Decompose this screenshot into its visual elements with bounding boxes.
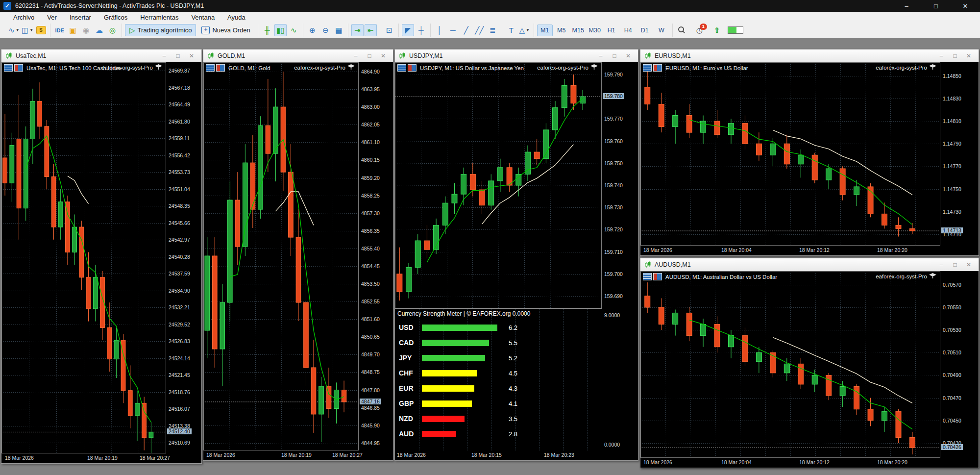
ea-chart-icon[interactable] (653, 64, 662, 72)
timeframe-button-h4[interactable]: H4 (620, 25, 636, 36)
menu-item-archivo[interactable]: Archivo (7, 13, 41, 22)
ea-chart-icon[interactable] (408, 64, 416, 72)
cloud-icon[interactable]: ☁ (93, 24, 105, 36)
chart-canvas-usdjpy[interactable]: USDJPY, M1: US Dollar vs Japanese Yeneaf… (395, 62, 638, 460)
zoom-in-icon[interactable]: ⊕ (306, 24, 318, 36)
shift-end-icon[interactable]: ⇥ (351, 24, 364, 36)
price-scale-usatec[interactable]: 24569.8724567.1824564.4924561.8024559.11… (166, 62, 201, 463)
timeframe-button-m15[interactable]: M15 (570, 25, 586, 36)
window-close-button[interactable]: ✕ (621, 52, 635, 59)
line-chart-icon[interactable]: ∿ (288, 24, 300, 36)
price-scale-audusd[interactable]: 0.705700.705500.705300.705100.704900.704… (940, 271, 979, 468)
horizontal-line-icon[interactable]: ─ (447, 24, 459, 36)
cursor-icon[interactable]: ◤ (402, 24, 414, 36)
vertical-line-icon[interactable]: │ (434, 24, 446, 36)
window-maximize-button[interactable]: □ (171, 52, 185, 59)
timeframe-button-m1[interactable]: M1 (537, 25, 553, 36)
chart-canvas-usatec[interactable]: UsaTec, M1: US Tech 100 Cash Indexeafore… (1, 62, 201, 463)
window-title: USDJPY,M1 (409, 52, 443, 59)
bars-chart-icon[interactable]: ╫ (261, 24, 273, 36)
window-minimize-button[interactable]: – (594, 52, 608, 59)
chart-window-eurusd[interactable]: EURUSD,M1–□✕EURUSD, M1: Euro vs US Dolla… (640, 49, 979, 256)
window-minimize-button[interactable]: – (934, 52, 948, 59)
window-titlebar-usatec[interactable]: UsaTec,M1–□✕ (1, 50, 201, 63)
price-scale-gold[interactable]: 4864.904863.954863.004862.054861.104860.… (358, 62, 393, 460)
chart-window-usatec[interactable]: UsaTec,M1–□✕UsaTec, M1: US Tech 100 Cash… (1, 49, 202, 464)
channel-icon[interactable]: ╱╱ (473, 24, 486, 36)
crosshair-icon[interactable]: ┼ (415, 24, 427, 36)
chart-canvas-eurusd[interactable]: EURUSD, M1: Euro vs US Dollareaforex-org… (640, 62, 979, 255)
market-icon[interactable]: ▣ (67, 24, 79, 36)
zoom-out-icon[interactable]: ⊖ (319, 24, 332, 36)
ea-chart-icon[interactable] (14, 64, 23, 72)
chart-window-audusd[interactable]: AUDUSD,M1–□✕AUDUSD, M1: Australian Dolla… (640, 258, 979, 468)
menu-item-ayuda[interactable]: Ayuda (221, 13, 252, 22)
menu-item-ver[interactable]: Ver (41, 13, 63, 22)
window-maximize-button[interactable]: □ (948, 52, 962, 59)
window-titlebar-gold[interactable]: GOLD,M1–□✕ (203, 50, 393, 63)
window-close-button[interactable]: ✕ (962, 261, 976, 268)
menu-item-graficos[interactable]: Gráficos (98, 13, 134, 22)
chart-window-gold[interactable]: GOLD,M1–□✕GOLD, M1: Goldeaforex-org-syst… (203, 49, 393, 461)
ea-table-icon[interactable] (643, 273, 652, 280)
menu-item-insertar[interactable]: Insertar (63, 13, 98, 22)
candles-chart-icon[interactable]: ▮▯ (274, 24, 287, 36)
time-axis-usatec[interactable]: 18 Mar 202618 Mar 20:1918 Mar 20:27 (1, 453, 166, 463)
window-minimize-button[interactable]: – (157, 52, 171, 59)
app-minimize-button[interactable]: – (892, 0, 921, 12)
time-axis-eurusd[interactable]: 18 Mar 202618 Mar 20:0418 Mar 20:1218 Ma… (640, 246, 940, 255)
ea-table-icon[interactable] (206, 64, 215, 72)
text-tool-icon[interactable]: T (505, 24, 517, 36)
signals-icon[interactable]: ◉ (80, 24, 92, 36)
window-maximize-button[interactable]: □ (363, 52, 376, 59)
window-titlebar-audusd[interactable]: AUDUSD,M1–□✕ (640, 258, 979, 272)
chart-profiles-icon[interactable]: ◫▼ (21, 24, 34, 36)
menu-item-ventana[interactable]: Ventana (185, 13, 221, 22)
chart-window-usdjpy[interactable]: USDJPY,M1–□✕USDJPY, M1: US Dollar vs Jap… (394, 49, 638, 461)
window-minimize-button[interactable]: – (349, 52, 363, 59)
ea-chart-icon[interactable] (216, 64, 225, 72)
window-titlebar-usdjpy[interactable]: USDJPY,M1–□✕ (395, 50, 638, 63)
timeframe-button-d1[interactable]: D1 (637, 25, 653, 36)
window-maximize-button[interactable]: □ (608, 52, 621, 59)
new-order-button[interactable]: +Nueva Orden (197, 24, 254, 36)
window-close-button[interactable]: ✕ (962, 52, 976, 59)
window-close-button[interactable]: ✕ (185, 52, 198, 59)
new-chart-icon[interactable]: ∿▼ (8, 24, 20, 36)
timeframe-button-w[interactable]: W (654, 25, 669, 36)
app-maximize-button[interactable]: □ (921, 0, 951, 12)
time-axis-audusd[interactable]: 18 Mar 202618 Mar 20:0418 Mar 20:1218 Ma… (640, 458, 940, 468)
window-titlebar-eurusd[interactable]: EURUSD,M1–□✕ (640, 50, 979, 63)
tile-windows-icon[interactable]: ▦ (333, 24, 345, 36)
algo-trading-button[interactable]: ▷Trading algorítmico (125, 24, 196, 36)
copy-trading-icon[interactable]: ◎ (106, 24, 119, 36)
search-button[interactable] (676, 24, 688, 36)
window-close-button[interactable]: ✕ (376, 52, 390, 59)
timeframe-button-h1[interactable]: H1 (604, 25, 619, 36)
chart-canvas-gold[interactable]: GOLD, M1: Goldeaforex-org-syst-Pro4864.9… (203, 62, 393, 460)
ea-table-icon[interactable] (397, 64, 406, 72)
time-axis-usdjpy[interactable]: 18 Mar 202618 Mar 20:1518 Mar 20:23 (395, 450, 602, 460)
chart-canvas-audusd[interactable]: AUDUSD, M1: Australian Dollar vs US Doll… (640, 271, 979, 468)
auto-scroll-icon[interactable]: ⇤ (365, 24, 377, 36)
ide-icon[interactable]: IDE (53, 24, 66, 36)
ea-chart-icon[interactable] (653, 273, 662, 280)
equidistant-icon[interactable]: ≣ (487, 24, 499, 36)
price-scale-usdjpy[interactable]: 159.790159.780159.770159.760159.750159.7… (601, 62, 638, 460)
menu-item-herramientas[interactable]: Herramientas (134, 13, 185, 22)
app-close-button[interactable]: ✕ (951, 0, 980, 12)
notifications-button[interactable]: ◷1 (693, 24, 706, 36)
window-minimize-button[interactable]: – (934, 261, 948, 268)
price-scale-eurusd[interactable]: 1.148501.148301.148101.147901.147701.147… (940, 62, 979, 255)
timeframe-button-m5[interactable]: M5 (554, 25, 569, 36)
window-maximize-button[interactable]: □ (948, 261, 962, 268)
timeframe-button-m30[interactable]: M30 (587, 25, 603, 36)
ea-table-icon[interactable] (643, 64, 652, 72)
ea-table-icon[interactable] (4, 64, 13, 72)
ea-watermark: eaforex-org-syst-Pro (876, 64, 936, 71)
market-watch-icon[interactable]: $ (35, 24, 47, 36)
snapshot-icon[interactable]: ⊡ (383, 24, 395, 36)
shapes-icon[interactable]: △▼ (518, 24, 531, 36)
time-axis-gold[interactable]: 18 Mar 202618 Mar 20:1918 Mar 20:27 (203, 450, 359, 460)
trendline-icon[interactable]: ╱ (460, 24, 472, 36)
